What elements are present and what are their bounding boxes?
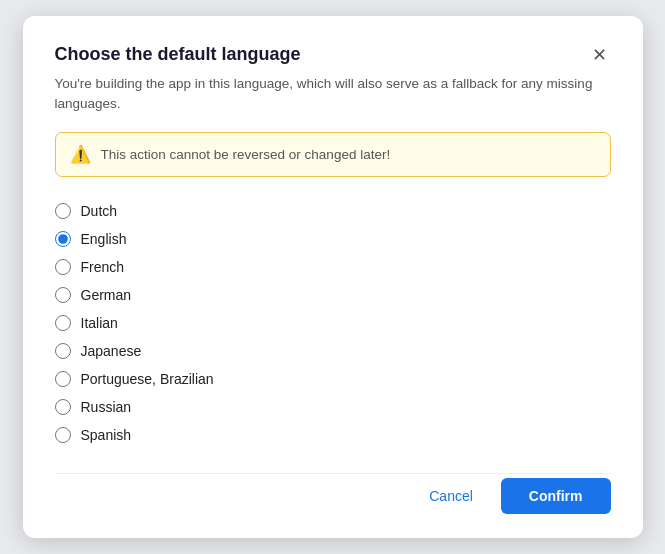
language-item-dutch[interactable]: Dutch: [55, 197, 611, 225]
label-dutch: Dutch: [81, 203, 118, 219]
language-item-russian[interactable]: Russian: [55, 393, 611, 421]
dialog-header: Choose the default language ✕: [55, 44, 611, 66]
close-button[interactable]: ✕: [588, 44, 611, 66]
radio-portuguese_brazilian[interactable]: [55, 371, 71, 387]
radio-french[interactable]: [55, 259, 71, 275]
radio-german[interactable]: [55, 287, 71, 303]
radio-japanese[interactable]: [55, 343, 71, 359]
language-item-japanese[interactable]: Japanese: [55, 337, 611, 365]
language-list: DutchEnglishFrenchGermanItalianJapaneseP…: [55, 197, 611, 449]
label-english: English: [81, 231, 127, 247]
language-item-french[interactable]: French: [55, 253, 611, 281]
language-dialog: Choose the default language ✕ You're bui…: [23, 16, 643, 539]
radio-english[interactable]: [55, 231, 71, 247]
language-item-portuguese_brazilian[interactable]: Portuguese, Brazilian: [55, 365, 611, 393]
language-item-spanish[interactable]: Spanish: [55, 421, 611, 449]
label-russian: Russian: [81, 399, 132, 415]
radio-italian[interactable]: [55, 315, 71, 331]
radio-spanish[interactable]: [55, 427, 71, 443]
confirm-button[interactable]: Confirm: [501, 478, 611, 514]
dialog-subtitle: You're building the app in this language…: [55, 74, 611, 115]
label-italian: Italian: [81, 315, 118, 331]
language-item-english[interactable]: English: [55, 225, 611, 253]
radio-russian[interactable]: [55, 399, 71, 415]
label-japanese: Japanese: [81, 343, 142, 359]
radio-dutch[interactable]: [55, 203, 71, 219]
warning-icon: ⚠️: [70, 144, 91, 165]
language-item-italian[interactable]: Italian: [55, 309, 611, 337]
warning-text: This action cannot be reversed or change…: [101, 147, 391, 162]
dialog-title: Choose the default language: [55, 44, 301, 65]
language-item-german[interactable]: German: [55, 281, 611, 309]
dialog-footer: Cancel Confirm: [55, 473, 611, 514]
label-spanish: Spanish: [81, 427, 132, 443]
label-german: German: [81, 287, 132, 303]
cancel-button[interactable]: Cancel: [413, 479, 489, 513]
warning-box: ⚠️ This action cannot be reversed or cha…: [55, 132, 611, 177]
label-portuguese_brazilian: Portuguese, Brazilian: [81, 371, 214, 387]
label-french: French: [81, 259, 125, 275]
